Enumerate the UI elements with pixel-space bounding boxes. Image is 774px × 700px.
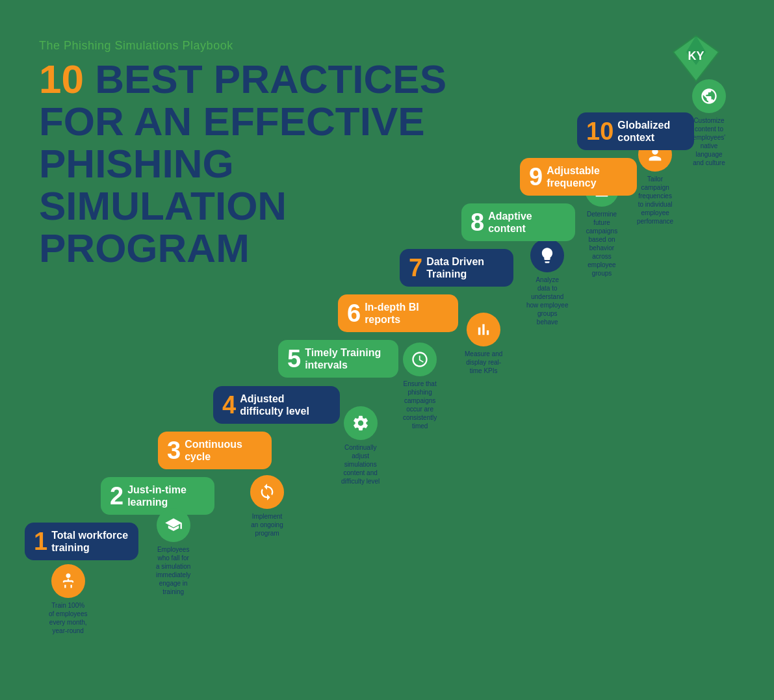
step-1-desc: Train 100%of employeesevery month,year-r… <box>49 601 87 635</box>
step-7-number: 7 <box>409 255 422 280</box>
step-3: 3 Continuouscycle <box>158 432 272 469</box>
step-10-label: Globalizedcontext <box>617 119 670 144</box>
step-8-number: 8 <box>471 210 484 235</box>
step-5: 5 Timely Trainingintervals <box>278 340 398 378</box>
step-2-desc: Employeeswho fall fora simulationimmedia… <box>156 545 190 596</box>
step-9: 9 Adjustablefrequency <box>520 158 637 196</box>
step-7-icon-area: Analyzedata tounderstandhow employeegrou… <box>526 239 568 326</box>
step-6-label: In-depth BIreports <box>365 301 419 326</box>
step-7: 7 Data DrivenTraining <box>400 249 513 287</box>
step-10-number: 10 <box>586 119 613 144</box>
step-7-icon <box>530 239 564 272</box>
step-10-icon <box>692 79 726 113</box>
step-2-label: Just-in-timelearning <box>127 484 187 508</box>
step-8-badge: 8 Adaptivecontent <box>461 203 575 241</box>
step-1: 1 Total workforcetraining <box>25 523 138 560</box>
step-9-number: 9 <box>529 164 543 189</box>
step-7-desc: Analyzedata tounderstandhow employeegrou… <box>526 276 568 326</box>
step-4-number: 4 <box>222 393 236 417</box>
step-8: 8 Adaptivecontent <box>461 203 575 241</box>
step-3-desc: Implementan ongoingprogram <box>251 512 283 538</box>
step-2-icon <box>157 508 190 542</box>
step-4-badge: 4 Adjusteddifficulty level <box>213 386 340 424</box>
title-number: 10 <box>39 57 84 101</box>
step-4-desc: Continuallyadjustsimulationscontent andd… <box>341 443 380 486</box>
step-2-icon-area: Employeeswho fall fora simulationimmedia… <box>156 508 190 596</box>
step-10: 10 Globalizedcontext <box>577 112 694 150</box>
step-3-icon <box>250 475 284 509</box>
step-9-icon-area: Tailorcampaignfrequenciesto individualem… <box>637 138 673 226</box>
step-1-icon-area: Train 100%of employeesevery month,year-r… <box>49 564 87 635</box>
step-5-icon <box>403 343 437 376</box>
step-10-icon-area: Customizecontent toemployees'nativelangu… <box>692 79 726 167</box>
step-7-label: Data DrivenTraining <box>426 255 484 280</box>
step-5-label: Timely Trainingintervals <box>305 346 381 371</box>
step-3-number: 3 <box>167 438 181 463</box>
step-4-icon-area: Continuallyadjustsimulationscontent andd… <box>341 406 380 486</box>
step-10-desc: Customizecontent toemployees'nativelangu… <box>693 116 725 167</box>
step-9-desc: Tailorcampaignfrequenciesto individualem… <box>637 175 673 226</box>
subtitle: The Phishing Simulations Playbook <box>39 39 446 53</box>
step-8-label: Adaptivecontent <box>488 210 532 235</box>
staircase: 1 Total workforcetraining Train 100%of e… <box>0 180 774 700</box>
step-4-label: Adjusteddifficulty level <box>240 393 309 417</box>
step-6-badge: 6 In-depth BIreports <box>338 294 458 332</box>
step-3-badge: 3 Continuouscycle <box>158 432 272 469</box>
step-8-desc: Determinefuturecampaignsbased onbehavior… <box>586 210 617 278</box>
step-5-number: 5 <box>287 346 301 371</box>
step-6-icon-area: Measure anddisplay real-time KPIs <box>465 313 502 375</box>
step-1-icon <box>51 564 85 598</box>
step-10-badge: 10 Globalizedcontext <box>577 112 694 150</box>
step-9-label: Adjustablefrequency <box>547 164 600 189</box>
svg-text:KY: KY <box>688 49 704 62</box>
step-1-label: Total workforcetraining <box>51 529 128 554</box>
step-1-badge: 1 Total workforcetraining <box>25 523 138 560</box>
diamond-logo: KY <box>670 32 722 84</box>
step-4-icon <box>344 406 378 440</box>
step-3-label: Continuouscycle <box>185 438 242 463</box>
step-5-icon-area: Ensure thatphishingcampaignsoccur arecon… <box>403 343 437 430</box>
page-container: The Phishing Simulations Playbook 10 BES… <box>0 0 774 700</box>
step-7-badge: 7 Data DrivenTraining <box>400 249 513 287</box>
step-5-desc: Ensure thatphishingcampaignsoccur arecon… <box>403 380 437 430</box>
step-1-number: 1 <box>34 529 47 554</box>
step-9-badge: 9 Adjustablefrequency <box>520 158 637 196</box>
step-6-number: 6 <box>347 301 361 326</box>
step-6-icon <box>467 313 500 346</box>
step-3-icon-area: Implementan ongoingprogram <box>250 475 284 538</box>
step-6: 6 In-depth BIreports <box>338 294 458 332</box>
step-2-number: 2 <box>110 484 123 508</box>
step-5-badge: 5 Timely Trainingintervals <box>278 340 398 378</box>
step-6-desc: Measure anddisplay real-time KPIs <box>465 350 502 375</box>
step-4: 4 Adjusteddifficulty level <box>213 386 340 424</box>
